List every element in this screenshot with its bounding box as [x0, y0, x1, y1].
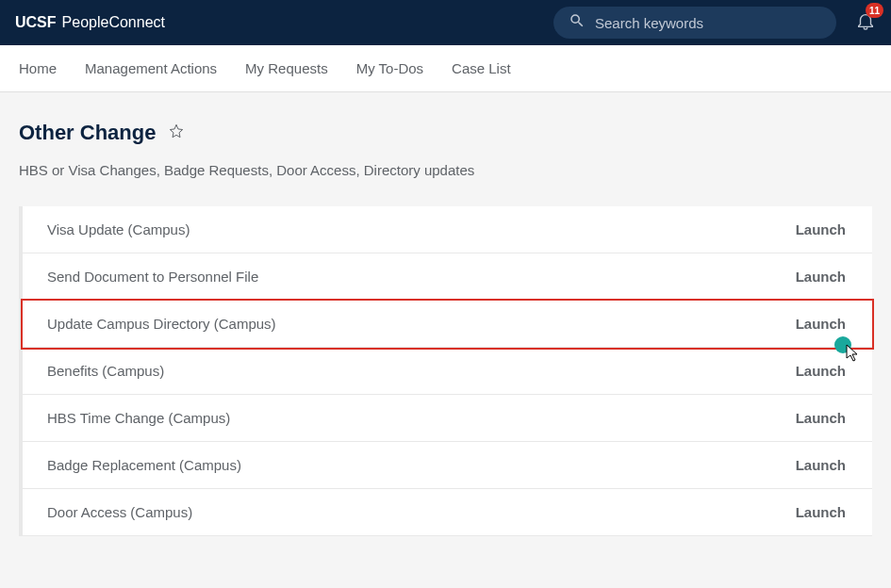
action-list: Visa Update (Campus) Launch Send Documen…: [19, 206, 872, 536]
page-subtitle: HBS or Visa Changes, Badge Requests, Doo…: [19, 162, 872, 178]
page-header: Other Change: [19, 121, 872, 145]
list-item-badge-replacement[interactable]: Badge Replacement (Campus) Launch: [23, 442, 872, 489]
row-title: Benefits (Campus): [47, 363, 164, 379]
launch-button[interactable]: Launch: [796, 504, 846, 520]
list-item-benefits[interactable]: Benefits (Campus) Launch: [23, 348, 872, 395]
list-item-visa-update[interactable]: Visa Update (Campus) Launch: [23, 206, 872, 253]
list-item-hbs-time-change[interactable]: HBS Time Change (Campus) Launch: [23, 395, 872, 442]
launch-button[interactable]: Launch: [796, 221, 846, 237]
favorite-star-icon[interactable]: [169, 123, 184, 142]
nav-management-actions[interactable]: Management Actions: [85, 60, 217, 76]
notification-badge: 11: [866, 3, 883, 18]
nav-home[interactable]: Home: [19, 60, 57, 76]
search-input[interactable]: [595, 15, 821, 31]
row-title: Door Access (Campus): [47, 504, 192, 520]
brand-logo: UCSF PeopleConnect: [15, 14, 165, 31]
cursor-pointer-icon: [846, 344, 861, 367]
list-item-door-access[interactable]: Door Access (Campus) Launch: [23, 489, 872, 536]
search-icon: [569, 12, 595, 33]
top-right-controls: 11: [553, 7, 876, 39]
top-navbar: UCSF PeopleConnect 11: [0, 0, 891, 45]
launch-button[interactable]: Launch: [796, 363, 846, 379]
brand-bold: UCSF: [15, 14, 57, 31]
bell-icon: [855, 18, 876, 34]
list-item-update-directory[interactable]: Update Campus Directory (Campus) Launch: [23, 301, 872, 348]
launch-button[interactable]: Launch: [796, 457, 846, 473]
main-nav: Home Management Actions My Requests My T…: [0, 45, 891, 92]
nav-case-list[interactable]: Case List: [452, 60, 511, 76]
row-title: Visa Update (Campus): [47, 221, 190, 237]
notifications-button[interactable]: 11: [855, 10, 876, 35]
row-title: Send Document to Personnel File: [47, 269, 258, 285]
nav-my-requests[interactable]: My Requests: [245, 60, 328, 76]
list-item-send-document[interactable]: Send Document to Personnel File Launch: [23, 253, 872, 301]
row-title: Badge Replacement (Campus): [47, 457, 241, 473]
launch-button[interactable]: Launch: [796, 410, 846, 426]
row-title: Update Campus Directory (Campus): [47, 316, 276, 332]
page-title: Other Change: [19, 121, 156, 145]
launch-button[interactable]: Launch: [796, 269, 846, 285]
row-title: HBS Time Change (Campus): [47, 410, 230, 426]
search-field[interactable]: [553, 7, 836, 39]
launch-button[interactable]: Launch: [796, 316, 846, 332]
main-content: Other Change HBS or Visa Changes, Badge …: [0, 92, 891, 536]
brand-light: PeopleConnect: [62, 14, 165, 31]
nav-my-todos[interactable]: My To-Dos: [356, 60, 423, 76]
